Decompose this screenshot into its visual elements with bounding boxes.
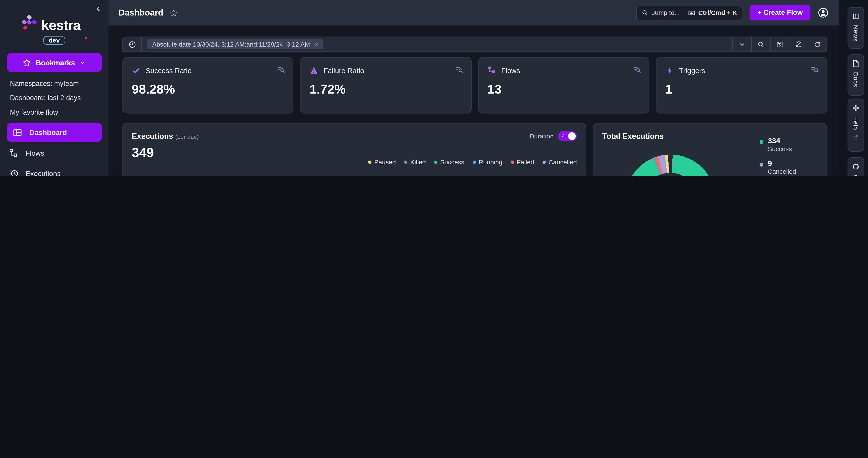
favorite-star-icon[interactable] <box>170 9 177 17</box>
brand-dot: . <box>85 28 88 31</box>
executions-donut-chart: 354 <box>626 154 715 176</box>
right-rail: News Docs Help Open an Issue <box>839 0 868 176</box>
flows-icon <box>9 148 18 158</box>
success-ratio-card: Success Ratio 98.28% <box>122 57 293 114</box>
jump-to-search[interactable]: Jump to... Ctrl/Cmd + K <box>636 5 743 20</box>
kestra-logo-icon <box>21 14 37 31</box>
stat-value: 1 <box>665 82 818 97</box>
legend-dot <box>511 160 514 164</box>
account-icon[interactable] <box>817 7 829 18</box>
list-search-icon[interactable] <box>632 65 641 73</box>
kestra-logo: kestra. <box>0 14 108 31</box>
bookmark-link[interactable]: My favorite flow <box>10 109 108 116</box>
bookmarks-button[interactable]: Bookmarks <box>7 53 102 72</box>
donut-legend: 334Success 9Cancelled 5Failed 4Paused 1K… <box>760 138 796 176</box>
tab-docs[interactable]: Docs <box>847 54 864 96</box>
legend-dot <box>472 160 476 164</box>
legend-dot <box>434 160 438 164</box>
executions-chart: 0501001502002503000s2s4s6s8s10s10/3011/0… <box>130 173 577 176</box>
dashboard-icon <box>13 128 22 137</box>
stat-label: Triggers <box>679 66 705 74</box>
docs-file-icon <box>852 60 860 67</box>
warning-triangle-icon <box>310 66 318 75</box>
star-icon <box>23 59 31 67</box>
executions-icon <box>9 169 18 176</box>
stat-label: Success Ratio <box>146 66 192 74</box>
search-icon <box>642 9 648 16</box>
stat-value: 1.72% <box>310 82 462 97</box>
save-filter-icon[interactable] <box>770 37 789 52</box>
legend-dot <box>368 160 371 164</box>
failure-ratio-card: Failure Ratio 1.72% <box>300 57 471 114</box>
chevron-down-icon <box>80 60 86 66</box>
external-link-icon <box>853 134 859 140</box>
total-executions-card: Total Executions 354 334Success 9Cancell… <box>593 123 827 176</box>
chart-legend: Paused Killed Success Running Failed Can… <box>368 159 577 165</box>
slack-icon <box>852 104 860 112</box>
bookmark-link[interactable]: Dashboard: last 2 days <box>10 94 108 102</box>
environment-badge: dev <box>43 36 65 45</box>
lightning-bolt-icon <box>665 66 674 75</box>
shortcut-hint: Ctrl/Cmd + K <box>698 9 737 16</box>
refresh-icon[interactable] <box>808 37 827 52</box>
sidebar-item-executions[interactable]: Executions <box>0 163 108 176</box>
sidebar-nav: Dashboard Flows Executions Logs <box>0 123 108 176</box>
filter-search-icon[interactable] <box>751 37 770 52</box>
triggers-card: Triggers 1 <box>656 57 827 114</box>
news-book-icon <box>852 13 860 21</box>
check-icon <box>132 66 141 75</box>
sidebar-item-dashboard[interactable]: Dashboard <box>7 123 102 142</box>
flows-card: Flows 13 <box>478 57 649 114</box>
bookmark-link[interactable]: Namespaces: myteam <box>10 80 108 87</box>
create-flow-button[interactable]: + Create Flow <box>750 5 810 21</box>
executions-total: 349 <box>132 145 198 160</box>
sidebar-item-flows[interactable]: Flows <box>0 143 108 163</box>
keyboard-icon <box>688 9 695 17</box>
flow-icon <box>487 66 496 75</box>
legend-dot <box>404 160 408 164</box>
list-search-icon[interactable] <box>277 65 285 73</box>
tab-open-an-issue[interactable]: Open an Issue <box>847 157 864 176</box>
card-title: Total Executions <box>602 132 664 141</box>
list-search-icon[interactable] <box>455 65 463 73</box>
stat-cards-row: Success Ratio 98.28% Failure Ratio 1.72% <box>122 57 827 114</box>
card-title: Executions <box>132 132 173 141</box>
stat-label: Failure Ratio <box>323 66 364 74</box>
bookmarks-label: Bookmarks <box>36 59 75 67</box>
duration-toggle-label: Duration <box>529 133 554 140</box>
stat-value: 13 <box>487 82 640 97</box>
tab-help[interactable]: Help <box>847 98 864 152</box>
kestra-dashboard: kestra. dev Bookmarks Namespaces: myteam… <box>0 0 868 176</box>
legend-dot <box>542 160 546 164</box>
auto-refresh-off-icon[interactable] <box>789 37 808 52</box>
legend-dot <box>760 163 764 166</box>
github-icon <box>852 163 860 170</box>
page-title: Dashboard <box>119 8 163 18</box>
brand-name: kestra <box>41 19 81 31</box>
stat-label: Flows <box>501 66 520 74</box>
search-placeholder: Jump to... <box>652 9 685 16</box>
list-search-icon[interactable] <box>810 65 819 73</box>
card-subtitle: (per day) <box>175 133 198 140</box>
legend-dot <box>760 140 764 144</box>
duration-toggle[interactable]: ✓ <box>558 131 577 141</box>
stat-value: 98.28% <box>132 82 284 97</box>
date-filter-chip[interactable]: Absolute date:10/30/24, 3:12 AM:and:11/2… <box>147 39 323 49</box>
tab-news[interactable]: News <box>847 7 864 49</box>
sidebar: kestra. dev Bookmarks Namespaces: myteam… <box>0 0 108 176</box>
filter-bar: Absolute date:10/30/24, 3:12 AM:and:11/2… <box>122 37 827 52</box>
chip-close-icon[interactable]: × <box>314 41 318 48</box>
collapse-sidebar-icon[interactable] <box>95 5 102 12</box>
filter-expand-icon[interactable] <box>732 37 751 52</box>
bookmark-links: Namespaces: myteam Dashboard: last 2 day… <box>10 80 108 116</box>
top-bar: Dashboard Jump to... Ctrl/Cmd + K + Crea… <box>108 0 839 26</box>
filter-history-icon[interactable] <box>123 37 142 52</box>
executions-per-day-card: Executions(per day) 349 Duration ✓ Pause… <box>122 123 586 176</box>
